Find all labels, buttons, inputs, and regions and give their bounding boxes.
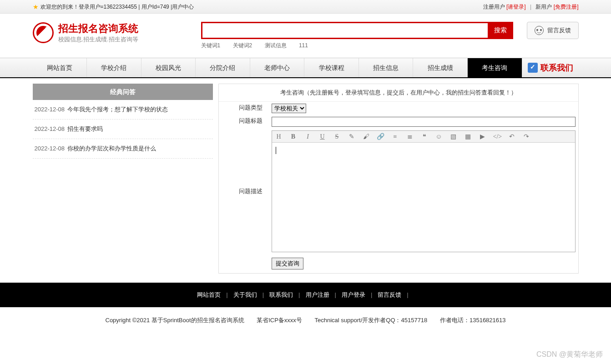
keyword-link[interactable]: 关键词2 xyxy=(233,42,252,49)
feedback-button[interactable]: 留言反馈 xyxy=(527,22,579,39)
nav-item[interactable]: 招生信息 xyxy=(359,58,414,77)
title-input[interactable] xyxy=(272,117,576,127)
footer-link[interactable]: 用户注册 xyxy=(306,291,329,298)
phone: 作者电话：13516821613 xyxy=(440,317,506,324)
table-icon[interactable]: ▦ xyxy=(464,133,472,140)
icp: 某省ICP备xxxx号 xyxy=(257,317,302,324)
separator: | xyxy=(371,291,372,298)
align-icon[interactable]: ≣ xyxy=(406,133,414,140)
header: 招生报名咨询系统 校园信息.招生成绩.招生咨询等 搜索 关键词1 关键词2 测试… xyxy=(0,14,611,53)
type-label: 问题类型 xyxy=(219,102,269,115)
editor-toolbar: H B I U S ✎ 🖌 🔗 ≡ ≣ ❝ xyxy=(272,131,575,143)
welcome-text: 欢迎您的到来！登录用户=13622334455 | 用户Id=749 | xyxy=(40,0,172,14)
copyright: Copyright ©2021 基于SprintBoot的招生报名咨询系统 xyxy=(106,317,244,324)
footer-link[interactable]: 关于我们 xyxy=(233,291,257,298)
consult-panel: 考生咨询（先注册账号，登录填写信息，提交后，在用户中心，我的招生问答查看回复！）… xyxy=(218,84,579,274)
new-user-label: 新用户 xyxy=(535,4,552,10)
free-register-link[interactable]: [免费注册] xyxy=(554,4,579,10)
qa-item[interactable]: 2022-12-08今年我先个报考；想了解下学校的状态 xyxy=(33,100,213,120)
nav-item[interactable]: 招生成绩 xyxy=(413,58,468,77)
keyword-link[interactable]: 111 xyxy=(299,42,308,49)
italic-icon[interactable]: I xyxy=(304,133,312,140)
separator: | xyxy=(407,291,408,298)
video-icon[interactable]: ▶ xyxy=(479,133,487,140)
qa-item[interactable]: 2022-12-08你校的办学层次和办学性质是什么 xyxy=(33,139,213,159)
footer-link[interactable]: 用户登录 xyxy=(342,291,365,298)
user-center-link[interactable]: 用户中心 xyxy=(172,0,194,14)
nav-item[interactable]: 网站首页 xyxy=(33,58,87,77)
support: Technical support/开发作者QQ：45157718 xyxy=(314,317,427,324)
feedback-label: 留言反馈 xyxy=(547,26,571,35)
qa-date: 2022-12-08 xyxy=(35,145,65,152)
brush-icon[interactable]: 🖌 xyxy=(362,133,370,140)
rich-editor: H B I U S ✎ 🖌 🔗 ≡ ≣ ❝ xyxy=(272,130,576,252)
keyword-link[interactable]: 测试信息 xyxy=(265,42,287,49)
register-user-label: 注册用户 xyxy=(483,4,505,10)
main-nav: 网站首页学校介绍校园风光分院介绍老师中心学校课程招生信息招生成绩考生咨询联系我们 xyxy=(0,58,611,78)
submit-button[interactable]: 提交咨询 xyxy=(272,258,303,269)
qa-date: 2022-12-08 xyxy=(35,125,65,132)
logo-block[interactable]: 招生报名咨询系统 校园信息.招生成绩.招生咨询等 xyxy=(33,22,187,44)
nav-item[interactable]: 老师中心 xyxy=(250,58,305,77)
bold-icon[interactable]: B xyxy=(289,133,298,140)
separator: | xyxy=(530,4,531,10)
login-link[interactable]: [请登录] xyxy=(506,4,526,10)
qa-title: 招生有要求吗 xyxy=(67,125,103,132)
title-label: 问题标题 xyxy=(219,115,269,129)
nav-item[interactable]: 考生咨询 xyxy=(468,58,522,77)
nav-item[interactable]: 校园风光 xyxy=(141,58,196,77)
search-button[interactable]: 搜索 xyxy=(488,22,513,39)
footer-link[interactable]: 网站首页 xyxy=(197,291,221,298)
separator: | xyxy=(298,291,300,298)
search-block: 搜索 关键词1 关键词2 测试信息 111 xyxy=(201,22,513,50)
sidebar: 经典问答 2022-12-08今年我先个报考；想了解下学校的状态2022-12-… xyxy=(33,84,213,159)
site-subtitle: 校园信息.招生成绩.招生咨询等 xyxy=(58,35,138,44)
emoji-icon[interactable]: ☺ xyxy=(435,133,443,140)
underline-icon[interactable]: U xyxy=(318,133,327,140)
nav-contact[interactable]: 联系我们 xyxy=(522,58,579,77)
footer-info: Copyright ©2021 基于SprintBoot的招生报名咨询系统 某省… xyxy=(0,307,611,334)
sidebar-title: 经典问答 xyxy=(33,84,213,100)
desc-label: 问题描述 xyxy=(219,129,269,254)
link-icon[interactable]: 🔗 xyxy=(377,133,385,140)
strike-icon[interactable]: S xyxy=(333,133,341,140)
footer-link[interactable]: 留言反馈 xyxy=(378,291,401,298)
search-input[interactable] xyxy=(201,22,488,39)
qa-item[interactable]: 2022-12-08招生有要求吗 xyxy=(33,120,213,139)
code-icon[interactable]: </> xyxy=(493,133,501,140)
type-select[interactable]: 学校相关 xyxy=(272,104,306,113)
undo-icon[interactable]: ↶ xyxy=(508,133,516,140)
star-icon: ★ xyxy=(33,0,39,14)
separator: | xyxy=(226,291,227,298)
redo-icon[interactable]: ↷ xyxy=(522,133,530,140)
face-icon xyxy=(535,26,544,35)
nav-item[interactable]: 学校介绍 xyxy=(87,58,141,77)
site-title: 招生报名咨询系统 xyxy=(58,22,138,35)
nav-item[interactable]: 学校课程 xyxy=(304,58,359,77)
qa-title: 今年我先个报考；想了解下学校的状态 xyxy=(67,106,168,113)
top-bar: ★ 欢迎您的到来！登录用户=13622334455 | 用户Id=749 | 用… xyxy=(0,0,611,14)
keyword-link[interactable]: 关键词1 xyxy=(201,42,221,49)
heading-icon[interactable]: H xyxy=(275,133,283,140)
contact-label: 联系我们 xyxy=(540,62,573,73)
quote-icon[interactable]: ❝ xyxy=(420,133,429,140)
qa-date: 2022-12-08 xyxy=(35,106,65,113)
footer-nav: 网站首页|关于我们|联系我们|用户注册|用户登录|留言反馈| xyxy=(0,283,611,307)
image-icon[interactable]: ▧ xyxy=(449,133,458,140)
qa-title: 你校的办学层次和办学性质是什么 xyxy=(67,145,156,152)
main-content: 经典问答 2022-12-08今年我先个报考；想了解下学校的状态2022-12-… xyxy=(0,78,611,283)
eraser-icon[interactable]: ✎ xyxy=(348,133,356,140)
separator: | xyxy=(263,291,264,298)
editor-textarea[interactable] xyxy=(272,143,575,252)
logo-icon xyxy=(33,22,54,43)
check-icon xyxy=(528,63,538,73)
list-icon[interactable]: ≡ xyxy=(391,133,399,140)
keyword-row: 关键词1 关键词2 测试信息 111 xyxy=(201,42,513,50)
footer-link[interactable]: 联系我们 xyxy=(269,291,293,298)
nav-item[interactable]: 分院介绍 xyxy=(196,58,250,77)
separator: | xyxy=(335,291,336,298)
consult-headline: 考生咨询（先注册账号，登录填写信息，提交后，在用户中心，我的招生问答查看回复！） xyxy=(219,84,578,102)
